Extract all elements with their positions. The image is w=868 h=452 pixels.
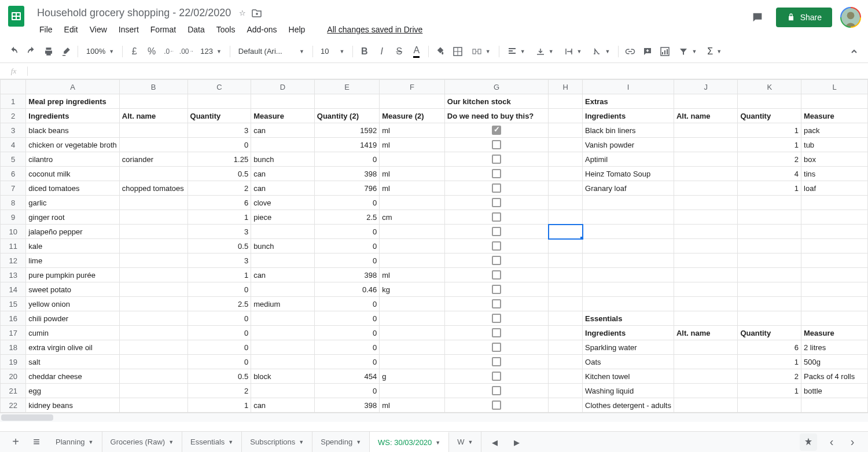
cell[interactable]: 1 xyxy=(738,384,801,398)
cell[interactable] xyxy=(549,152,583,167)
cell[interactable] xyxy=(549,123,583,138)
cell[interactable]: tins xyxy=(801,167,868,181)
row-head[interactable]: 5 xyxy=(1,152,26,167)
menu-data[interactable]: Data xyxy=(183,23,209,36)
cell[interactable]: 0 xyxy=(314,225,380,239)
undo-button[interactable] xyxy=(6,43,22,60)
checkbox-cell[interactable] xyxy=(444,384,548,398)
sheet-tab[interactable]: Groceries (Raw)▼ xyxy=(102,432,183,453)
wrap-button[interactable]: ▼ xyxy=(560,43,587,60)
cell[interactable]: 0 xyxy=(187,355,251,369)
sheet-tab[interactable]: Planning▼ xyxy=(47,432,102,453)
cell[interactable]: Essentials xyxy=(583,311,674,326)
filter-button[interactable]: ▼ xyxy=(674,43,701,60)
cell[interactable]: g xyxy=(380,369,445,384)
cell[interactable]: 2 xyxy=(187,384,251,398)
cell[interactable]: 2 xyxy=(187,181,251,196)
cell[interactable] xyxy=(549,340,583,355)
menu-insert[interactable]: Insert xyxy=(114,23,144,36)
cell[interactable]: 0 xyxy=(314,297,380,311)
cell[interactable] xyxy=(674,181,737,196)
col-head-I[interactable]: I xyxy=(583,80,674,94)
cell[interactable]: 4 xyxy=(738,167,801,181)
cell[interactable]: 500g xyxy=(801,355,868,369)
chevron-down-icon[interactable]: ▼ xyxy=(168,439,174,445)
menu-edit[interactable]: Edit xyxy=(60,23,83,36)
cell[interactable] xyxy=(738,398,801,413)
menu-tools[interactable]: Tools xyxy=(212,23,240,36)
cell[interactable]: 398 xyxy=(314,398,380,413)
row-head[interactable]: 15 xyxy=(1,297,26,311)
chevron-down-icon[interactable]: ▼ xyxy=(299,439,304,445)
checkbox-icon[interactable] xyxy=(492,227,501,236)
font-select[interactable]: Default (Ari...▼ xyxy=(234,43,309,60)
cell[interactable]: 1 xyxy=(187,398,251,413)
cell[interactable]: 0 xyxy=(187,326,251,340)
cell[interactable] xyxy=(738,282,801,297)
cell[interactable]: can xyxy=(251,123,315,138)
cell[interactable] xyxy=(119,326,187,340)
cell[interactable]: 6 xyxy=(187,196,251,210)
save-status[interactable]: All changes saved in Drive xyxy=(322,23,427,36)
cell[interactable] xyxy=(119,268,187,282)
cell[interactable] xyxy=(549,384,583,398)
cell[interactable] xyxy=(119,369,187,384)
cell[interactable] xyxy=(549,268,583,282)
checkbox-cell[interactable] xyxy=(444,326,548,340)
cell[interactable]: 2 xyxy=(738,152,801,167)
cell[interactable] xyxy=(380,355,445,369)
checkbox-icon[interactable] xyxy=(492,155,501,164)
cell[interactable] xyxy=(674,369,737,384)
cell[interactable]: 0 xyxy=(187,311,251,326)
cell[interactable]: 1419 xyxy=(314,138,380,152)
zoom-select[interactable]: 100%▼ xyxy=(82,43,119,60)
cell[interactable]: Ingredients xyxy=(583,326,674,340)
cell[interactable]: 0.5 xyxy=(187,167,251,181)
col-head-C[interactable]: C xyxy=(187,80,251,94)
col-head-H[interactable]: H xyxy=(549,80,583,94)
cell[interactable]: egg xyxy=(26,384,119,398)
cell[interactable]: 2.5 xyxy=(314,210,380,225)
cell[interactable] xyxy=(674,196,737,210)
col-head-J[interactable]: J xyxy=(674,80,737,94)
cell[interactable] xyxy=(380,340,445,355)
cell[interactable] xyxy=(251,340,315,355)
cell[interactable]: 0 xyxy=(314,253,380,268)
checkbox-icon[interactable] xyxy=(492,212,501,222)
cell[interactable]: Heinz Tomato Soup xyxy=(583,167,674,181)
cell[interactable]: chicken or vegetable broth xyxy=(26,138,119,152)
cell[interactable]: Alt. name xyxy=(674,326,737,340)
cell[interactable]: black beans xyxy=(26,123,119,138)
cell[interactable] xyxy=(738,268,801,282)
cell[interactable] xyxy=(380,297,445,311)
cell[interactable]: 454 xyxy=(314,369,380,384)
valign-button[interactable]: ▼ xyxy=(531,43,558,60)
spreadsheet-grid[interactable]: ABCDEFGHIJKL 1Meal prep ingredientsOur k… xyxy=(0,79,868,422)
cell[interactable]: 398 xyxy=(314,167,380,181)
cell[interactable]: 1.25 xyxy=(187,152,251,167)
cell[interactable] xyxy=(801,398,868,413)
explore-button[interactable] xyxy=(800,433,817,451)
cell[interactable]: chopped tomatoes xyxy=(119,181,187,196)
cell[interactable] xyxy=(251,384,315,398)
cell[interactable] xyxy=(583,239,674,253)
chevron-down-icon[interactable]: ▼ xyxy=(89,439,94,445)
cell[interactable] xyxy=(583,210,674,225)
cell[interactable] xyxy=(549,282,583,297)
select-all-cell[interactable] xyxy=(1,80,26,94)
halign-button[interactable]: ▼ xyxy=(503,43,530,60)
cell[interactable] xyxy=(119,253,187,268)
col-head-E[interactable]: E xyxy=(314,80,380,94)
cell[interactable] xyxy=(674,268,737,282)
checkbox-cell[interactable] xyxy=(444,297,548,311)
cell[interactable] xyxy=(674,253,737,268)
cell[interactable] xyxy=(119,138,187,152)
col-head-F[interactable]: F xyxy=(380,80,445,94)
col-head-L[interactable]: L xyxy=(801,80,868,94)
cell[interactable] xyxy=(380,384,445,398)
document-title[interactable]: Household grocery shopping - 22/02/2020 xyxy=(35,6,233,20)
row-head[interactable]: 12 xyxy=(1,253,26,268)
cell[interactable] xyxy=(549,138,583,152)
checkbox-icon[interactable] xyxy=(492,328,501,337)
borders-button[interactable] xyxy=(450,43,466,60)
